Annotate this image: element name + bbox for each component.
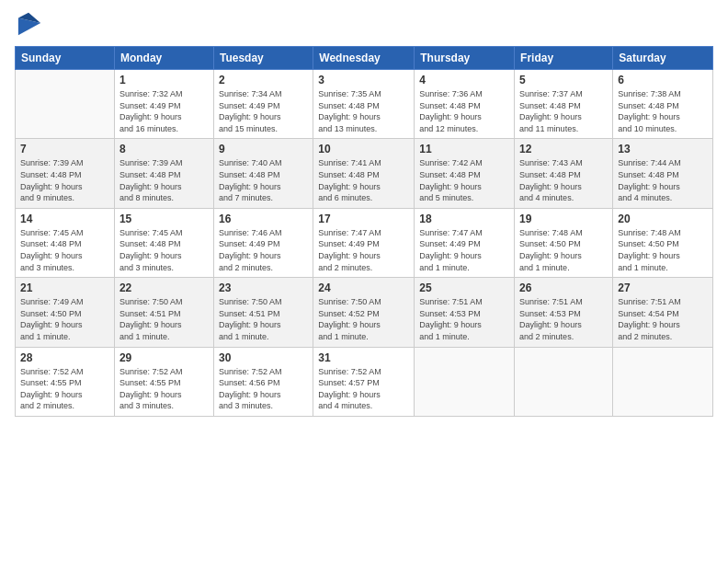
- day-detail: Sunrise: 7:38 AM Sunset: 4:48 PM Dayligh…: [618, 88, 708, 134]
- calendar-cell: 2Sunrise: 7:34 AM Sunset: 4:49 PM Daylig…: [213, 70, 313, 139]
- page: SundayMondayTuesdayWednesdayThursdayFrid…: [0, 0, 728, 563]
- calendar-table: SundayMondayTuesdayWednesdayThursdayFrid…: [15, 46, 713, 417]
- day-number: 8: [119, 143, 209, 155]
- day-number: 11: [419, 143, 509, 155]
- day-number: 21: [20, 282, 109, 294]
- calendar-cell: 20Sunrise: 7:48 AM Sunset: 4:50 PM Dayli…: [613, 208, 713, 277]
- day-number: 28: [20, 351, 109, 364]
- day-number: 1: [119, 74, 209, 86]
- col-header-wednesday: Wednesday: [313, 47, 415, 70]
- day-detail: Sunrise: 7:52 AM Sunset: 4:55 PM Dayligh…: [119, 366, 209, 412]
- day-detail: Sunrise: 7:52 AM Sunset: 4:57 PM Dayligh…: [318, 366, 409, 412]
- day-number: 25: [419, 282, 509, 294]
- calendar-cell: 29Sunrise: 7:52 AM Sunset: 4:55 PM Dayli…: [114, 347, 213, 416]
- day-detail: Sunrise: 7:35 AM Sunset: 4:48 PM Dayligh…: [318, 88, 409, 134]
- calendar-week-row: 1Sunrise: 7:32 AM Sunset: 4:49 PM Daylig…: [16, 70, 713, 139]
- calendar-cell: 11Sunrise: 7:42 AM Sunset: 4:48 PM Dayli…: [415, 139, 515, 208]
- col-header-saturday: Saturday: [613, 47, 713, 70]
- calendar-cell: [613, 347, 713, 416]
- day-detail: Sunrise: 7:41 AM Sunset: 4:48 PM Dayligh…: [318, 157, 409, 203]
- calendar-cell: 21Sunrise: 7:49 AM Sunset: 4:50 PM Dayli…: [16, 278, 115, 347]
- day-number: 13: [618, 143, 708, 155]
- day-detail: Sunrise: 7:40 AM Sunset: 4:48 PM Dayligh…: [219, 157, 308, 203]
- calendar-cell: 19Sunrise: 7:48 AM Sunset: 4:50 PM Dayli…: [515, 208, 613, 277]
- calendar-cell: 22Sunrise: 7:50 AM Sunset: 4:51 PM Dayli…: [114, 278, 213, 347]
- calendar-cell: 15Sunrise: 7:45 AM Sunset: 4:48 PM Dayli…: [114, 208, 213, 277]
- day-detail: Sunrise: 7:50 AM Sunset: 4:51 PM Dayligh…: [219, 296, 308, 342]
- calendar-cell: 10Sunrise: 7:41 AM Sunset: 4:48 PM Dayli…: [313, 139, 415, 208]
- day-detail: Sunrise: 7:51 AM Sunset: 4:53 PM Dayligh…: [519, 296, 608, 342]
- calendar-cell: 24Sunrise: 7:50 AM Sunset: 4:52 PM Dayli…: [313, 278, 415, 347]
- day-number: 4: [419, 74, 509, 86]
- day-number: 18: [419, 213, 509, 225]
- logo-icon: [17, 11, 42, 37]
- day-detail: Sunrise: 7:39 AM Sunset: 4:48 PM Dayligh…: [20, 157, 109, 203]
- day-detail: Sunrise: 7:46 AM Sunset: 4:49 PM Dayligh…: [219, 227, 308, 273]
- day-number: 27: [618, 282, 708, 294]
- calendar-cell: [515, 347, 613, 416]
- calendar-cell: 13Sunrise: 7:44 AM Sunset: 4:48 PM Dayli…: [613, 139, 713, 208]
- calendar-cell: 12Sunrise: 7:43 AM Sunset: 4:48 PM Dayli…: [515, 139, 613, 208]
- day-number: 7: [20, 143, 109, 155]
- calendar-cell: 27Sunrise: 7:51 AM Sunset: 4:54 PM Dayli…: [613, 278, 713, 347]
- day-detail: Sunrise: 7:51 AM Sunset: 4:54 PM Dayligh…: [618, 296, 708, 342]
- day-number: 22: [119, 282, 209, 294]
- col-header-friday: Friday: [515, 47, 613, 70]
- day-detail: Sunrise: 7:44 AM Sunset: 4:48 PM Dayligh…: [618, 157, 708, 203]
- calendar-header-row: SundayMondayTuesdayWednesdayThursdayFrid…: [16, 47, 713, 70]
- day-detail: Sunrise: 7:39 AM Sunset: 4:48 PM Dayligh…: [119, 157, 209, 203]
- day-detail: Sunrise: 7:36 AM Sunset: 4:48 PM Dayligh…: [419, 88, 509, 134]
- calendar-week-row: 7Sunrise: 7:39 AM Sunset: 4:48 PM Daylig…: [16, 139, 713, 208]
- day-number: 20: [618, 213, 708, 225]
- day-number: 15: [119, 213, 209, 225]
- day-detail: Sunrise: 7:47 AM Sunset: 4:49 PM Dayligh…: [318, 227, 409, 273]
- day-detail: Sunrise: 7:52 AM Sunset: 4:55 PM Dayligh…: [20, 366, 109, 412]
- col-header-sunday: Sunday: [16, 47, 115, 70]
- calendar-cell: 30Sunrise: 7:52 AM Sunset: 4:56 PM Dayli…: [213, 347, 313, 416]
- calendar-cell: [415, 347, 515, 416]
- col-header-monday: Monday: [114, 47, 213, 70]
- calendar-cell: 7Sunrise: 7:39 AM Sunset: 4:48 PM Daylig…: [16, 139, 115, 208]
- day-number: 31: [318, 351, 409, 364]
- day-number: 24: [318, 282, 409, 294]
- day-detail: Sunrise: 7:37 AM Sunset: 4:48 PM Dayligh…: [519, 88, 608, 134]
- day-number: 30: [219, 351, 308, 364]
- day-detail: Sunrise: 7:47 AM Sunset: 4:49 PM Dayligh…: [419, 227, 509, 273]
- calendar-cell: 14Sunrise: 7:45 AM Sunset: 4:48 PM Dayli…: [16, 208, 115, 277]
- calendar-cell: 23Sunrise: 7:50 AM Sunset: 4:51 PM Dayli…: [213, 278, 313, 347]
- calendar-cell: 25Sunrise: 7:51 AM Sunset: 4:53 PM Dayli…: [415, 278, 515, 347]
- day-number: 29: [119, 351, 209, 364]
- day-number: 26: [519, 282, 608, 294]
- day-number: 6: [618, 74, 708, 86]
- day-detail: Sunrise: 7:52 AM Sunset: 4:56 PM Dayligh…: [219, 366, 308, 412]
- day-number: 19: [519, 213, 608, 225]
- calendar-cell: 28Sunrise: 7:52 AM Sunset: 4:55 PM Dayli…: [16, 347, 115, 416]
- day-number: 17: [318, 213, 409, 225]
- day-detail: Sunrise: 7:42 AM Sunset: 4:48 PM Dayligh…: [419, 157, 509, 203]
- day-number: 16: [219, 213, 308, 225]
- col-header-tuesday: Tuesday: [213, 47, 313, 70]
- day-detail: Sunrise: 7:48 AM Sunset: 4:50 PM Dayligh…: [618, 227, 708, 273]
- logo: [15, 11, 42, 37]
- calendar-cell: 6Sunrise: 7:38 AM Sunset: 4:48 PM Daylig…: [613, 70, 713, 139]
- calendar-week-row: 21Sunrise: 7:49 AM Sunset: 4:50 PM Dayli…: [16, 278, 713, 347]
- header: [15, 11, 713, 37]
- calendar-cell: [16, 70, 115, 139]
- day-number: 9: [219, 143, 308, 155]
- day-detail: Sunrise: 7:50 AM Sunset: 4:51 PM Dayligh…: [119, 296, 209, 342]
- day-number: 12: [519, 143, 608, 155]
- day-detail: Sunrise: 7:51 AM Sunset: 4:53 PM Dayligh…: [419, 296, 509, 342]
- calendar-cell: 5Sunrise: 7:37 AM Sunset: 4:48 PM Daylig…: [515, 70, 613, 139]
- day-number: 14: [20, 213, 109, 225]
- calendar-cell: 3Sunrise: 7:35 AM Sunset: 4:48 PM Daylig…: [313, 70, 415, 139]
- calendar-cell: 18Sunrise: 7:47 AM Sunset: 4:49 PM Dayli…: [415, 208, 515, 277]
- calendar-cell: 9Sunrise: 7:40 AM Sunset: 4:48 PM Daylig…: [213, 139, 313, 208]
- calendar-cell: 31Sunrise: 7:52 AM Sunset: 4:57 PM Dayli…: [313, 347, 415, 416]
- day-number: 5: [519, 74, 608, 86]
- day-detail: Sunrise: 7:45 AM Sunset: 4:48 PM Dayligh…: [119, 227, 209, 273]
- col-header-thursday: Thursday: [415, 47, 515, 70]
- day-number: 2: [219, 74, 308, 86]
- day-detail: Sunrise: 7:32 AM Sunset: 4:49 PM Dayligh…: [119, 88, 209, 134]
- calendar-cell: 8Sunrise: 7:39 AM Sunset: 4:48 PM Daylig…: [114, 139, 213, 208]
- day-detail: Sunrise: 7:50 AM Sunset: 4:52 PM Dayligh…: [318, 296, 409, 342]
